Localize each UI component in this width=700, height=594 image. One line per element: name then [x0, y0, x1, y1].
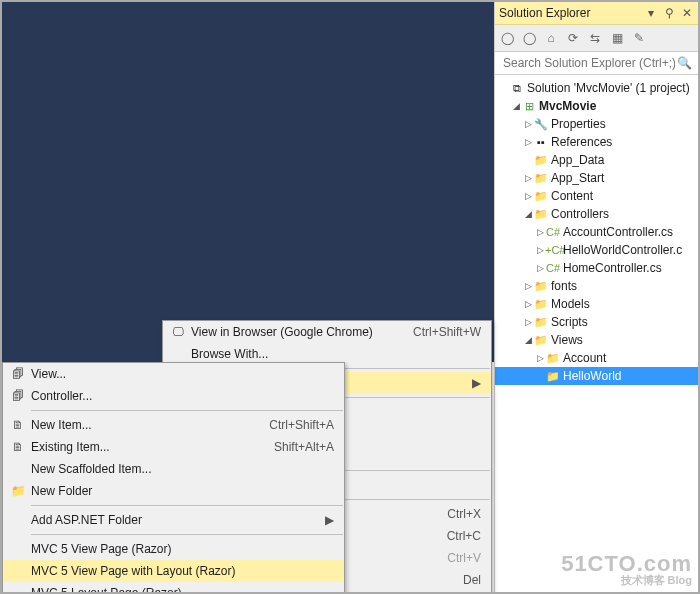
tree-node[interactable]: ◢📁Controllers [495, 205, 698, 223]
menu-scaffolded-item[interactable]: New Scaffolded Item... [3, 458, 344, 480]
pin-icon[interactable]: ⚲ [662, 6, 676, 20]
tree-node[interactable]: ▷📁Account [495, 349, 698, 367]
tree-node[interactable]: ▷📁Content [495, 187, 698, 205]
tree-node-selected[interactable]: 📁HelloWorld [495, 367, 698, 385]
tree-node[interactable]: ▷▪▪References [495, 133, 698, 151]
refresh-icon[interactable]: ⟳ [565, 30, 581, 46]
dropdown-icon[interactable]: ▾ [644, 6, 658, 20]
menu-view[interactable]: 🗐View... [3, 363, 344, 385]
search-box[interactable]: 🔍 [495, 52, 698, 75]
tree-node[interactable]: ▷🔧Properties [495, 115, 698, 133]
project-node[interactable]: ◢⊞MvcMovie [495, 97, 698, 115]
file-node[interactable]: ▷C#HomeController.cs [495, 259, 698, 277]
browser-icon: 🖵 [167, 325, 189, 339]
view-icon: 🗐 [7, 367, 29, 381]
search-icon[interactable]: 🔍 [677, 56, 692, 70]
tree-node[interactable]: ◢📁Views [495, 331, 698, 349]
tree-node[interactable]: 📁App_Data [495, 151, 698, 169]
panel-titlebar: Solution Explorer ▾ ⚲ ✕ [495, 2, 698, 25]
new-folder-icon: 📁 [7, 484, 29, 498]
menu-new-folder[interactable]: 📁New Folder [3, 480, 344, 502]
menu-aspnet-folder[interactable]: Add ASP.NET Folder▶ [3, 509, 344, 531]
tree-node[interactable]: ▷📁fonts [495, 277, 698, 295]
controller-icon: 🗐 [7, 389, 29, 403]
menu-mvc-view-page-layout[interactable]: MVC 5 View Page with Layout (Razor) [3, 560, 344, 582]
solution-explorer-panel: Solution Explorer ▾ ⚲ ✕ ◯ ◯ ⌂ ⟳ ⇆ ▦ ✎ 🔍 … [494, 2, 698, 594]
solution-tree[interactable]: ⧉Solution 'MvcMovie' (1 project) ◢⊞MvcMo… [495, 75, 698, 389]
sync-icon[interactable]: ⇆ [587, 30, 603, 46]
tree-node[interactable]: ▷📁Models [495, 295, 698, 313]
forward-icon[interactable]: ◯ [521, 30, 537, 46]
file-node[interactable]: ▷C#AccountController.cs [495, 223, 698, 241]
menu-separator [31, 410, 343, 411]
window: Solution Explorer ▾ ⚲ ✕ ◯ ◯ ⌂ ⟳ ⇆ ▦ ✎ 🔍 … [0, 0, 700, 594]
chevron-right-icon: ▶ [452, 376, 481, 390]
tree-node[interactable]: ▷📁Scripts [495, 313, 698, 331]
panel-toolbar: ◯ ◯ ⌂ ⟳ ⇆ ▦ ✎ [495, 25, 698, 52]
menu-mvc-view-page[interactable]: MVC 5 View Page (Razor) [3, 538, 344, 560]
menu-separator [31, 505, 343, 506]
menu-new-item[interactable]: 🗎New Item...Ctrl+Shift+A [3, 414, 344, 436]
add-submenu: 🗐View... 🗐Controller... 🗎New Item...Ctrl… [2, 362, 345, 594]
menu-separator [31, 534, 343, 535]
existing-item-icon: 🗎 [7, 440, 29, 454]
menu-view-in-browser[interactable]: 🖵View in Browser (Google Chrome)Ctrl+Shi… [163, 321, 491, 343]
editor-area [2, 2, 494, 362]
home-icon[interactable]: ⌂ [543, 30, 559, 46]
new-item-icon: 🗎 [7, 418, 29, 432]
chevron-right-icon: ▶ [305, 513, 334, 527]
tree-node[interactable]: ▷📁App_Start [495, 169, 698, 187]
menu-controller[interactable]: 🗐Controller... [3, 385, 344, 407]
close-icon[interactable]: ✕ [680, 6, 694, 20]
panel-title: Solution Explorer [499, 6, 590, 20]
back-icon[interactable]: ◯ [499, 30, 515, 46]
search-input[interactable] [501, 55, 677, 71]
show-all-icon[interactable]: ▦ [609, 30, 625, 46]
properties-icon[interactable]: ✎ [631, 30, 647, 46]
menu-mvc-layout-page[interactable]: MVC 5 Layout Page (Razor) [3, 582, 344, 594]
file-node[interactable]: ▷+C#HelloWorldController.c [495, 241, 698, 259]
solution-node[interactable]: ⧉Solution 'MvcMovie' (1 project) [495, 79, 698, 97]
menu-existing-item[interactable]: 🗎Existing Item...Shift+Alt+A [3, 436, 344, 458]
